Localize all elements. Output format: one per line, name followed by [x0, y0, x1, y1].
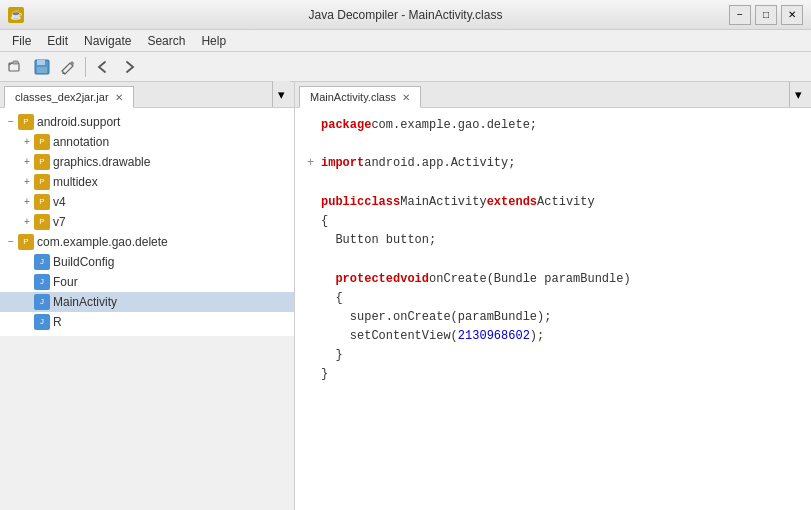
svg-rect-4 — [37, 67, 47, 73]
toolbar — [0, 52, 811, 82]
svg-rect-3 — [37, 60, 45, 65]
code-line: { — [307, 289, 799, 308]
code-line: package com.example.gao.delete; — [307, 116, 799, 135]
tree-toggle[interactable]: + — [20, 193, 34, 211]
package-icon: P — [34, 154, 50, 170]
svg-rect-1 — [13, 61, 18, 64]
right-panel: MainActivity.class ✕ ▾ package com.examp… — [295, 82, 811, 510]
tree-item-v4[interactable]: + P v4 — [0, 192, 294, 212]
right-tab-dropdown[interactable]: ▾ — [789, 82, 807, 107]
code-tab[interactable]: MainActivity.class ✕ — [299, 86, 421, 108]
title-bar: ☕ Java Decompiler - MainActivity.class −… — [0, 0, 811, 30]
tree-label: BuildConfig — [53, 253, 114, 271]
tree-toggle — [20, 293, 34, 311]
line-marker — [307, 116, 321, 135]
menu-search[interactable]: Search — [139, 30, 193, 51]
left-tab-close[interactable]: ✕ — [115, 92, 123, 103]
code-line: super.onCreate(paramBundle); — [307, 308, 799, 327]
line-marker: + — [307, 154, 321, 173]
package-icon: P — [34, 214, 50, 230]
title-bar-controls: − □ ✕ — [729, 5, 803, 25]
forward-icon — [121, 59, 137, 75]
tree-label: annotation — [53, 133, 109, 151]
tree-toggle[interactable]: + — [20, 153, 34, 171]
title-bar-left: ☕ — [8, 7, 24, 23]
class-icon: J — [34, 314, 50, 330]
tree-label: com.example.gao.delete — [37, 233, 168, 251]
code-line: setContentView(2130968602); — [307, 327, 799, 346]
app-icon: ☕ — [8, 7, 24, 23]
package-icon: P — [34, 194, 50, 210]
code-tab-close[interactable]: ✕ — [402, 92, 410, 103]
left-tab-strip: classes_dex2jar.jar ✕ ▾ — [0, 82, 294, 108]
tree-item-multidex[interactable]: + P multidex — [0, 172, 294, 192]
tree-item-com-example[interactable]: − P com.example.gao.delete — [0, 232, 294, 252]
tree-label: v4 — [53, 193, 66, 211]
minimize-button[interactable]: − — [729, 5, 751, 25]
code-content: package com.example.gao.delete; + import… — [295, 108, 811, 510]
toolbar-edit-button[interactable] — [56, 55, 80, 79]
code-line: } — [307, 365, 799, 384]
code-line: } — [307, 346, 799, 365]
tree-item-graphics[interactable]: + P graphics.drawable — [0, 152, 294, 172]
tree-toggle — [20, 313, 34, 331]
tree-toggle[interactable]: − — [4, 113, 18, 131]
tree-toggle[interactable]: + — [20, 213, 34, 231]
class-icon: J — [34, 294, 50, 310]
tree-item-v7[interactable]: + P v7 — [0, 212, 294, 232]
code-tab-label: MainActivity.class — [310, 91, 396, 103]
menu-edit[interactable]: Edit — [39, 30, 76, 51]
tree-toggle — [20, 253, 34, 271]
back-icon — [95, 59, 111, 75]
tree-label: graphics.drawable — [53, 153, 150, 171]
toolbar-forward-button[interactable] — [117, 55, 141, 79]
tree-toggle[interactable]: − — [4, 233, 18, 251]
class-icon: J — [34, 254, 50, 270]
tree-toggle — [20, 273, 34, 291]
toolbar-open-button[interactable] — [4, 55, 28, 79]
code-tab-strip: MainActivity.class ✕ ▾ — [295, 82, 811, 108]
title-bar-title: Java Decompiler - MainActivity.class — [309, 8, 503, 22]
code-line — [307, 174, 799, 193]
left-tab[interactable]: classes_dex2jar.jar ✕ — [4, 86, 134, 108]
tree-item-r[interactable]: J R — [0, 312, 294, 332]
file-tree: − P android.support + P annotation + P g… — [0, 108, 295, 336]
class-icon: J — [34, 274, 50, 290]
save-icon — [34, 59, 50, 75]
tree-item-mainactivity[interactable]: J MainActivity — [0, 292, 294, 312]
toolbar-separator — [85, 57, 86, 77]
left-tab-label: classes_dex2jar.jar — [15, 91, 109, 103]
code-line: public class MainActivity extends Activi… — [307, 193, 799, 212]
tree-label: android.support — [37, 113, 120, 131]
toolbar-save-button[interactable] — [30, 55, 54, 79]
code-line: + import android.app.Activity; — [307, 154, 799, 173]
tree-item-four[interactable]: J Four — [0, 272, 294, 292]
menu-navigate[interactable]: Navigate — [76, 30, 139, 51]
code-line: protected void onCreate(Bundle paramBund… — [307, 270, 799, 289]
code-line: { — [307, 212, 799, 231]
menu-help[interactable]: Help — [193, 30, 234, 51]
line-marker — [307, 193, 321, 212]
tree-toggle[interactable]: + — [20, 173, 34, 191]
package-icon: P — [18, 114, 34, 130]
toolbar-back-button[interactable] — [91, 55, 115, 79]
maximize-button[interactable]: □ — [755, 5, 777, 25]
tree-label: v7 — [53, 213, 66, 231]
package-icon: P — [34, 134, 50, 150]
tree-label: R — [53, 313, 62, 331]
tree-label: multidex — [53, 173, 98, 191]
open-icon — [8, 59, 24, 75]
package-icon: P — [34, 174, 50, 190]
tree-label: Four — [53, 273, 78, 291]
code-line: Button button; — [307, 231, 799, 250]
tree-item-android-support[interactable]: − P android.support — [0, 112, 294, 132]
left-tab-dropdown[interactable]: ▾ — [272, 81, 290, 107]
package-icon: P — [18, 234, 34, 250]
tree-toggle[interactable]: + — [20, 133, 34, 151]
tree-item-annotation[interactable]: + P annotation — [0, 132, 294, 152]
code-line — [307, 250, 799, 269]
close-button[interactable]: ✕ — [781, 5, 803, 25]
menu-file[interactable]: File — [4, 30, 39, 51]
tree-item-buildconfig[interactable]: J BuildConfig — [0, 252, 294, 272]
edit-icon — [60, 59, 76, 75]
